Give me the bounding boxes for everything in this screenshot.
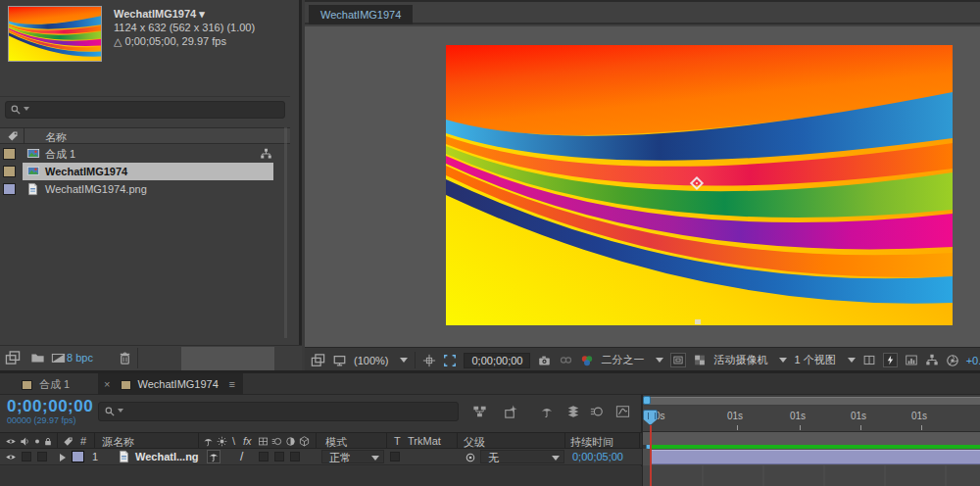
footage-title[interactable]: WechatIMG1974 ▾	[114, 7, 255, 21]
comp-mini-flowchart-icon[interactable]	[472, 405, 487, 418]
item-label[interactable]: WechatIMG1974.png	[45, 180, 147, 198]
region-box-icon[interactable]	[670, 353, 686, 367]
pickwhip-icon[interactable]	[465, 452, 476, 463]
comp-flowchart-icon[interactable]	[925, 354, 939, 366]
region-of-interest-icon[interactable]	[443, 354, 457, 367]
trkmat-column-header[interactable]: TrkMat	[408, 435, 441, 447]
quality-sun-icon[interactable]	[217, 436, 227, 447]
audio-cell[interactable]	[22, 452, 31, 462]
label-swatch[interactable]	[3, 183, 16, 195]
t-column-header[interactable]: T	[394, 435, 401, 447]
close-icon[interactable]: ×	[104, 378, 110, 390]
chevron-down-icon[interactable]	[848, 358, 856, 363]
project-row-composition-1[interactable]: 合成 1	[0, 145, 290, 163]
exposure-value[interactable]: +0.0	[966, 355, 980, 366]
bit-depth-button[interactable]: 8 bpc	[67, 352, 93, 364]
eye-column-icon[interactable]	[5, 436, 17, 447]
composition-viewport[interactable]	[305, 26, 980, 347]
resolution-dropdown[interactable]: 二分之一	[601, 353, 644, 367]
switch-cell[interactable]	[274, 452, 284, 462]
track-area-top[interactable]	[643, 432, 980, 445]
current-time-display[interactable]: 0;00;00;00	[7, 397, 93, 416]
snapshot-camera-icon[interactable]	[537, 354, 552, 367]
playhead-line[interactable]	[650, 425, 652, 486]
switch-cell[interactable]	[259, 452, 269, 462]
timeline-button-icon[interactable]	[905, 354, 918, 366]
layer-bottom-handle[interactable]	[695, 319, 701, 324]
search-options-caret-icon[interactable]	[118, 409, 123, 413]
show-channel-rgb-icon[interactable]	[580, 354, 594, 367]
share-view-icon[interactable]	[862, 354, 876, 366]
audio-column-icon[interactable]	[20, 436, 30, 447]
frame-blending-icon[interactable]	[566, 405, 580, 418]
project-scrollbar[interactable]	[284, 127, 287, 338]
layer-visibility-eye-icon[interactable]	[5, 452, 17, 462]
graph-editor-icon[interactable]	[615, 405, 630, 418]
blend-mode-dropdown[interactable]: 正常	[321, 450, 384, 463]
label-color-column-icon[interactable]	[7, 130, 19, 142]
time-ruler[interactable]: 0s 01s 01s 01s 01s	[643, 406, 980, 432]
draft-3d-icon[interactable]	[503, 405, 517, 419]
footage-preview-thumbnail[interactable]	[8, 6, 102, 62]
fx-column-header[interactable]: fx	[243, 435, 252, 447]
solo-cell[interactable]	[37, 452, 47, 462]
trkmat-cell[interactable]	[390, 452, 400, 462]
search-options-caret-icon[interactable]	[24, 107, 29, 111]
index-column-header[interactable]: #	[80, 435, 86, 447]
viewer-current-time[interactable]: 0;00;00;00	[464, 353, 530, 368]
work-area-bar[interactable]	[649, 397, 980, 405]
grid-guides-icon[interactable]	[422, 354, 436, 367]
chevron-down-icon[interactable]	[779, 358, 787, 363]
view-count-dropdown[interactable]: 1 个视图	[794, 353, 835, 367]
threed-column-icon[interactable]	[299, 436, 310, 447]
label-swatch[interactable]	[3, 166, 16, 177]
frame-blend-column-icon[interactable]	[258, 436, 269, 447]
project-row-wechatimg1974[interactable]: WechatIMG1974	[0, 163, 290, 180]
footer-scrollbar[interactable]	[181, 347, 274, 370]
duration-column-header[interactable]: 持续时间	[570, 435, 613, 450]
proxy-icon[interactable]	[51, 351, 66, 364]
lock-column-icon[interactable]	[43, 436, 53, 447]
parent-column-header[interactable]: 父级	[464, 435, 485, 450]
chevron-down-icon[interactable]	[656, 358, 663, 363]
always-preview-icon[interactable]	[311, 354, 325, 367]
project-search-input[interactable]	[5, 101, 285, 119]
timeline-tab-comp1[interactable]: 合成 1	[14, 373, 70, 395]
layer-source-name[interactable]: WechatI...ng	[135, 451, 199, 462]
switch-cell[interactable]	[290, 452, 300, 462]
flowchart-icon[interactable]	[260, 148, 272, 160]
adjustment-column-icon[interactable]	[285, 436, 296, 447]
hide-shy-layers-icon[interactable]	[540, 405, 554, 418]
label-column-icon[interactable]	[63, 436, 74, 447]
show-snapshot-icon[interactable]	[559, 354, 573, 366]
layer-duration-bar[interactable]	[651, 450, 980, 464]
item-label[interactable]: WechatIMG1974	[45, 163, 127, 180]
monitor-icon[interactable]	[332, 354, 347, 367]
layer-expand-arrow-icon[interactable]	[60, 454, 66, 462]
panel-menu-icon[interactable]: ≡	[229, 373, 235, 395]
parent-dropdown[interactable]: 无	[480, 450, 564, 463]
viewer-tab[interactable]: WechatIMG1974	[309, 5, 413, 24]
trash-icon[interactable]	[118, 351, 132, 365]
layer-label-swatch[interactable]	[72, 451, 84, 462]
label-swatch[interactable]	[3, 148, 16, 160]
magnification-dropdown[interactable]: (100%)	[354, 355, 388, 366]
layer-duration[interactable]: 0;00;05;00	[572, 451, 623, 462]
composition-canvas[interactable]	[446, 45, 953, 325]
item-label[interactable]: 合成 1	[45, 145, 75, 163]
new-folder-icon[interactable]	[30, 351, 45, 364]
quality-column-header[interactable]: \	[232, 435, 235, 447]
source-name-column-header[interactable]: 源名称	[102, 435, 134, 450]
timeline-tab-wechatimg1974[interactable]: × WechatIMG1974 ≡	[98, 373, 243, 395]
solo-column-icon[interactable]	[32, 436, 42, 447]
timeline-search-input[interactable]	[98, 402, 459, 421]
exposure-shutter-icon[interactable]	[946, 354, 959, 367]
collapse-column-icon[interactable]	[203, 436, 214, 447]
name-column-header[interactable]: 名称	[45, 130, 67, 145]
interpret-footage-icon[interactable]	[5, 351, 21, 365]
fast-preview-bolt-icon[interactable]	[883, 353, 898, 367]
time-navigator[interactable]: 0s 01s 01s 01s 01s	[643, 395, 980, 432]
transparency-grid-icon[interactable]	[693, 354, 707, 366]
layer-row-1[interactable]: 1 WechatI...ng / 正常 无 0;00;05;00	[0, 449, 642, 465]
work-area-start-handle[interactable]	[643, 396, 651, 405]
